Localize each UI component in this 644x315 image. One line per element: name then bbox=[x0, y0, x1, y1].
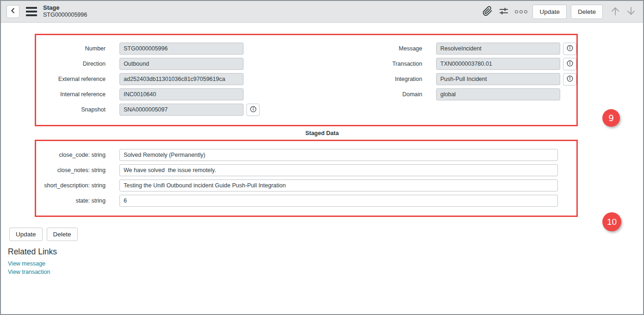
record-title-block: Stage STG0000005996 bbox=[43, 4, 87, 19]
dot-icon bbox=[519, 10, 523, 13]
domain-field[interactable] bbox=[436, 88, 560, 100]
app-window: Stage STG0000005996 Update Delete bbox=[0, 0, 644, 315]
transaction-info-button[interactable] bbox=[563, 58, 576, 70]
number-field[interactable] bbox=[119, 43, 244, 55]
field-label: Internal reference bbox=[36, 91, 106, 98]
back-button[interactable] bbox=[6, 5, 19, 18]
info-icon bbox=[566, 44, 574, 53]
internal-reference-field[interactable] bbox=[119, 88, 244, 100]
field-row-domain: Domain bbox=[306, 88, 577, 100]
field-row-transaction: Transaction bbox=[306, 58, 577, 70]
field-row-close-code: close_code: string bbox=[36, 149, 576, 161]
field-row-snapshot: Snapshot bbox=[36, 104, 306, 116]
external-reference-field[interactable] bbox=[119, 73, 244, 85]
delete-button[interactable]: Delete bbox=[47, 228, 78, 241]
header-update-button[interactable]: Update bbox=[532, 5, 567, 19]
field-row-integration: Integration bbox=[306, 73, 577, 85]
field-label: Transaction bbox=[306, 61, 423, 67]
transaction-field[interactable] bbox=[436, 58, 560, 70]
form-action-buttons: Update Delete bbox=[9, 228, 643, 241]
field-row-state: state: string bbox=[36, 195, 576, 207]
message-info-button[interactable] bbox=[563, 43, 576, 55]
snapshot-info-button[interactable] bbox=[246, 104, 260, 116]
record-number: STG0000005996 bbox=[43, 12, 87, 19]
field-label: short_description: string bbox=[36, 182, 106, 189]
short-description-input[interactable] bbox=[119, 179, 558, 191]
field-label: Message bbox=[306, 45, 423, 52]
arrow-down-icon bbox=[625, 6, 637, 18]
update-button[interactable]: Update bbox=[9, 228, 43, 241]
hamburger-menu-icon[interactable] bbox=[26, 7, 37, 16]
close-notes-input[interactable] bbox=[119, 164, 558, 176]
field-row-internal-reference: Internal reference bbox=[36, 88, 306, 100]
annotation-box-record-fields: Number Direction External reference Inte… bbox=[35, 34, 578, 126]
field-label: close_code: string bbox=[36, 152, 106, 158]
paperclip-icon bbox=[482, 6, 493, 18]
form-body: Number Direction External reference Inte… bbox=[1, 34, 643, 315]
field-label: close_notes: string bbox=[36, 167, 106, 173]
field-row-number: Number bbox=[36, 43, 306, 55]
annotation-box-staged-data: close_code: string close_notes: string s… bbox=[35, 140, 578, 217]
field-label: Domain bbox=[306, 91, 423, 98]
annotation-badge-9: 9 bbox=[602, 109, 620, 127]
state-input[interactable] bbox=[119, 195, 558, 207]
more-options-button[interactable] bbox=[514, 9, 528, 14]
next-record-button[interactable] bbox=[625, 5, 638, 19]
form-header: Stage STG0000005996 Update Delete bbox=[1, 1, 643, 23]
view-message-link[interactable]: View message bbox=[8, 260, 45, 267]
snapshot-field[interactable] bbox=[119, 104, 244, 116]
previous-record-button[interactable] bbox=[609, 5, 622, 19]
chevron-left-icon bbox=[9, 7, 17, 16]
attachment-button[interactable] bbox=[481, 5, 494, 19]
close-code-input[interactable] bbox=[119, 149, 558, 161]
field-row-direction: Direction bbox=[36, 58, 306, 70]
related-links-list: View message View transaction bbox=[8, 260, 643, 275]
field-label: Snapshot bbox=[36, 106, 106, 113]
field-label: External reference bbox=[36, 76, 106, 82]
header-toolbar: Update Delete bbox=[481, 5, 638, 19]
header-delete-button[interactable]: Delete bbox=[571, 5, 603, 19]
sliders-icon bbox=[499, 6, 509, 18]
integration-field[interactable] bbox=[436, 73, 560, 85]
field-label: state: string bbox=[36, 198, 106, 204]
integration-info-button[interactable] bbox=[563, 73, 576, 86]
field-row-short-description: short_description: string bbox=[36, 179, 576, 191]
dot-icon bbox=[515, 10, 518, 13]
related-links-title: Related Links bbox=[8, 247, 643, 257]
staged-data-section-title: Staged Data bbox=[1, 130, 643, 136]
info-icon bbox=[566, 75, 574, 84]
direction-field[interactable] bbox=[119, 58, 244, 70]
arrow-up-icon bbox=[610, 6, 621, 18]
field-row-external-reference: External reference bbox=[36, 73, 306, 85]
field-label: Integration bbox=[306, 76, 423, 82]
field-label: Direction bbox=[36, 61, 106, 67]
personalize-form-button[interactable] bbox=[498, 5, 510, 19]
form-column-left: Number Direction External reference Inte… bbox=[36, 39, 306, 119]
info-icon bbox=[566, 60, 574, 68]
field-row-close-notes: close_notes: string bbox=[36, 164, 576, 176]
field-row-message: Message bbox=[306, 43, 577, 55]
record-navigation bbox=[609, 5, 638, 19]
form-column-right: Message Transaction bbox=[306, 39, 577, 119]
view-transaction-link[interactable]: View transaction bbox=[8, 269, 50, 275]
info-icon bbox=[250, 105, 257, 114]
message-field[interactable] bbox=[436, 43, 560, 55]
dot-icon bbox=[524, 10, 527, 13]
page-title: Stage bbox=[43, 4, 87, 12]
field-label: Number bbox=[36, 45, 106, 52]
annotation-badge-10: 10 bbox=[602, 212, 621, 231]
